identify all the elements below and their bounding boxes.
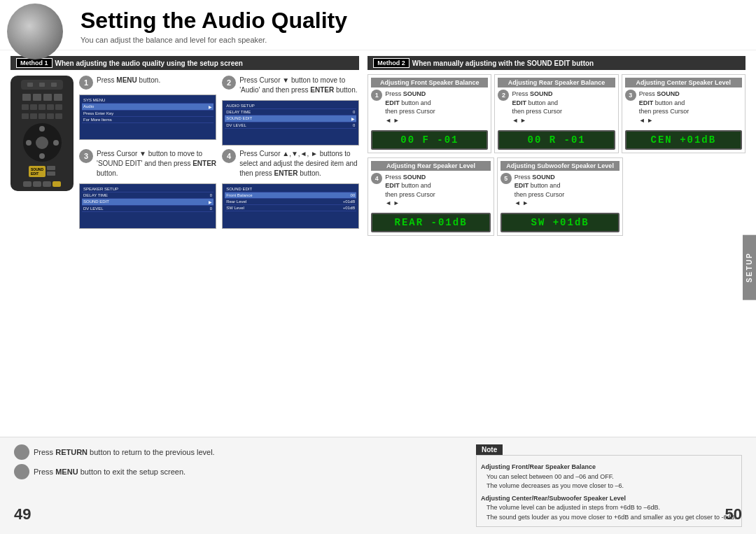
step-2-text: Press Cursor ▼ button to move to 'Audio'…: [239, 76, 359, 95]
note-s2-b2: The sound gets louder as you move closer…: [486, 513, 737, 523]
screen-1: SYS MENU Audio▶ Press Enter Key For More…: [80, 95, 216, 139]
remote-circle-nav: [23, 123, 62, 162]
setup-tab: SETUP: [743, 234, 756, 300]
return-icon: [14, 444, 29, 460]
step-4: 4 Press Cursor ▲,▼,◄, ► buttons to selec…: [222, 149, 359, 229]
adj-rear-level-arrows: ◄ ►: [385, 199, 435, 208]
note-section2-title: Adjusting Center/Rear/Subwoofer Speaker …: [481, 494, 737, 504]
remote-enter[interactable]: [36, 136, 48, 149]
page: Setting the Audio Quality You can adjust…: [0, 0, 756, 534]
lcd-front: 00 F -01: [371, 130, 488, 150]
remote-sound-edit[interactable]: SOUNDEDIT: [29, 166, 46, 177]
screen-4-r2: Front Balance00: [225, 192, 356, 199]
menu-text: Press MENU button to exit the setup scre…: [34, 468, 186, 476]
method1-header: Method 1 When adjusting the audio qualit…: [10, 56, 359, 70]
screen-row-2: Audio▶: [82, 104, 214, 111]
step-4-num: 4: [222, 149, 236, 163]
step-2-num: 2: [222, 76, 236, 90]
remote-btn-row1-1[interactable]: [22, 94, 31, 101]
header-text: Setting the Audio Quality You can adjust…: [80, 8, 347, 44]
step-1-row: 1 Press MENU button.: [79, 76, 216, 90]
remote-return[interactable]: [23, 181, 31, 187]
adj-center-header: Adjusting Center Speaker Level: [625, 78, 742, 87]
remote-up[interactable]: [39, 126, 45, 132]
remote-bottom-btns: [23, 181, 61, 187]
note-content: Adjusting Front/Rear Speaker Balance You…: [476, 455, 742, 527]
adj-subwoofer-num: 5: [500, 173, 512, 184]
remote-btn-row1-3[interactable]: [43, 94, 52, 101]
remote-extra-2[interactable]: [47, 171, 55, 176]
bottom-left: Press RETURN button to return to the pre…: [14, 444, 462, 479]
step-3-num: 3: [79, 149, 93, 163]
menu-bold: MENU: [55, 468, 78, 476]
remote-btn-s1[interactable]: [22, 104, 29, 110]
adj-rear-balance-step: 2 Press SOUNDEDIT button andthen press C…: [498, 90, 615, 125]
screen-3-r3: SOUND EDIT▶: [82, 199, 214, 206]
remote-btn-n1[interactable]: [22, 113, 29, 119]
speaker-icon: [7, 3, 63, 59]
method1-steps: 1 Press MENU button. SYS MENU Audio▶ Pre…: [79, 76, 359, 229]
adj-center: Adjusting Center Speaker Level 3 Press S…: [622, 74, 746, 153]
adj-subwoofer-step: 5 Press SOUNDEDIT button andthen press C…: [500, 173, 620, 208]
remote-btn-2[interactable]: [51, 83, 57, 87]
adj-rear-level-text: Press SOUNDEDIT button andthen press Cur…: [385, 173, 435, 208]
remote-menu[interactable]: [33, 181, 41, 187]
adj-bottom-row: Adjusting Rear Speaker Level 4 Press SOU…: [368, 157, 746, 236]
screen-2-row-3: SOUND EDIT▶: [225, 115, 356, 122]
adj-rear-balance-num: 2: [498, 90, 509, 101]
remote-btn-n2[interactable]: [30, 113, 37, 119]
step-1-text: Press MENU button.: [97, 76, 160, 85]
adj-rear-level-header: Adjusting Rear Speaker Level: [371, 161, 491, 171]
adj-center-num: 3: [625, 90, 636, 101]
adj-rear-balance-text: Press SOUNDEDIT button andthen press Cur…: [512, 90, 562, 125]
note-section1-title: Adjusting Front/Rear Speaker Balance: [481, 463, 737, 472]
screen-3-r4: DV LEVEL0: [82, 206, 214, 212]
adj-rear-balance: Adjusting Rear Speaker Balance 2 Press S…: [494, 74, 618, 153]
adj-rear-level-num: 4: [371, 173, 382, 184]
remote-btn-n4[interactable]: [47, 113, 54, 119]
screen-row-3: Press Enter Key: [82, 111, 214, 117]
header: Setting the Audio Quality You can adjust…: [0, 0, 756, 50]
remote-samsung[interactable]: [52, 181, 61, 187]
adj-center-arrows: ◄ ►: [639, 116, 690, 125]
screen-4: SOUND EDIT Front Balance00 Rear Level+01…: [223, 184, 358, 228]
screen-3-r1: SPEAKER SETUP: [82, 186, 214, 192]
remote-btn-s2[interactable]: [30, 104, 37, 110]
remote-extra-1[interactable]: [47, 166, 55, 170]
page-subtitle: You can adjust the balance and level for…: [80, 36, 347, 44]
remote-btn-1[interactable]: [39, 83, 45, 87]
remote-down[interactable]: [39, 153, 45, 159]
adj-center-step: 3 Press SOUNDEDIT button andthen press C…: [625, 90, 742, 125]
screen-2-row-2: DELAY TIME0: [225, 109, 356, 115]
remote-btn-s3[interactable]: [38, 104, 46, 110]
remote-right[interactable]: [53, 140, 59, 146]
remote-btn-n3[interactable]: [38, 113, 46, 119]
adj-rear-level-step: 4 Press SOUNDEDIT button andthen press C…: [371, 173, 491, 208]
adj-rear-level: Adjusting Rear Speaker Level 4 Press SOU…: [368, 157, 494, 236]
adj-top-row: Adjusting Front Speaker Balance 1 Press …: [368, 74, 746, 153]
screen-4-r3: Rear Level+01dB: [225, 199, 356, 205]
screen-2-row-1: AUDIO SETUP: [225, 103, 356, 109]
lcd-center: CEN +01dB: [625, 130, 742, 150]
step-1-screen: SYS MENU Audio▶ Press Enter Key For More…: [79, 94, 216, 140]
adj-front-num: 1: [371, 90, 382, 101]
remote-btn-s4[interactable]: [47, 104, 54, 110]
right-column: Method 2 When manually adjusting with th…: [368, 56, 746, 431]
remote-btn-power[interactable]: [27, 83, 33, 87]
remote-left[interactable]: [26, 140, 31, 146]
step-4-row: 4 Press Cursor ▲,▼,◄, ► buttons to selec…: [222, 149, 359, 178]
remote-btn-row1-2[interactable]: [33, 94, 41, 101]
step-1-num: 1: [79, 76, 93, 90]
adj-subwoofer-arrows: ◄ ►: [514, 199, 565, 208]
adj-front-step: 1 Press SOUNDEDIT button andthen press C…: [371, 90, 488, 125]
remote-btn-row1-4[interactable]: [54, 94, 62, 101]
remote-btn-n5[interactable]: [55, 113, 62, 119]
method1-badge: Method 1: [16, 58, 52, 68]
adj-rear-balance-arrows: ◄ ►: [512, 116, 562, 125]
remote-exit[interactable]: [43, 181, 51, 187]
return-note: Press RETURN button to return to the pre…: [14, 444, 462, 460]
remote-color-btns: SOUNDEDIT: [29, 166, 55, 177]
remote-top-buttons: [21, 80, 63, 90]
remote-btn-s5[interactable]: [55, 104, 62, 110]
menu-icon: [14, 464, 29, 479]
